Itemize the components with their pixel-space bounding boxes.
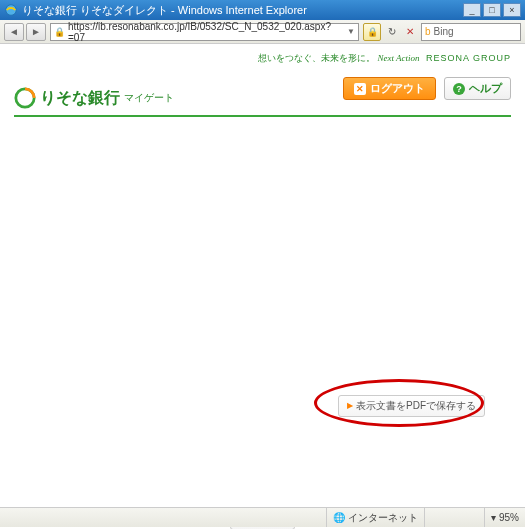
zone-label: インターネット [348, 511, 418, 525]
window-titlebar: りそな銀行 りそなダイレクト - Windows Internet Explor… [0, 0, 525, 20]
forward-button[interactable]: ► [26, 23, 46, 41]
stop-button[interactable]: ✕ [402, 24, 418, 40]
lock-icon: 🔒 [54, 27, 65, 37]
security-lock-icon[interactable]: 🔒 [363, 23, 381, 41]
tagline-row: 想いをつなぐ、未来を形に。 Next Action RESONA GROUP [14, 52, 511, 65]
header-row: りそな銀行 マイゲート ✕ ログアウト ? ヘルプ [14, 71, 511, 109]
bing-icon: b [425, 26, 431, 37]
page-content: 想いをつなぐ、未来を形に。 Next Action RESONA GROUP り… [0, 44, 525, 506]
tagline-script: Next Action [377, 53, 419, 63]
help-label: ヘルプ [469, 81, 502, 96]
bank-sub: マイゲート [124, 91, 174, 105]
protected-mode-cell [424, 508, 484, 527]
zoom-value: 95% [499, 512, 519, 523]
maximize-button[interactable]: □ [483, 3, 501, 17]
statusbar: 🌐 インターネット ▾ 95% [0, 507, 525, 527]
help-button[interactable]: ? ヘルプ [444, 77, 511, 100]
search-placeholder: Bing [434, 26, 454, 37]
bank-name: りそな銀行 [40, 88, 120, 109]
refresh-button[interactable]: ↻ [384, 24, 400, 40]
logout-x-icon: ✕ [354, 83, 366, 95]
navbar: ◄ ► 🔒 https://ib.resonabank.co.jp/IB/053… [0, 20, 525, 44]
header-divider [14, 115, 511, 117]
zoom-cell[interactable]: ▾ 95% [484, 508, 525, 527]
window-close-button[interactable]: × [503, 3, 521, 17]
url-text: https://ib.resonabank.co.jp/IB/0532/SC_N… [68, 21, 347, 43]
url-bar[interactable]: 🔒 https://ib.resonabank.co.jp/IB/0532/SC… [50, 23, 359, 41]
logo-block: りそな銀行 マイゲート [14, 87, 174, 109]
ie-icon [4, 3, 18, 17]
zoom-down-icon: ▾ [491, 512, 496, 523]
window-title: りそな銀行 りそなダイレクト - Windows Internet Explor… [22, 3, 307, 18]
logout-label: ログアウト [370, 81, 425, 96]
arrow-right-icon: ▶ [347, 401, 353, 410]
help-q-icon: ? [453, 83, 465, 95]
save-pdf-button[interactable]: ▶ 表示文書をPDFで保存する [338, 395, 485, 417]
back-button[interactable]: ◄ [4, 23, 24, 41]
minimize-button[interactable]: _ [463, 3, 481, 17]
resona-logo-icon [14, 87, 36, 109]
globe-icon: 🌐 [333, 512, 345, 523]
save-pdf-label: 表示文書をPDFで保存する [356, 399, 476, 413]
group-label: RESONA GROUP [426, 53, 511, 63]
top-buttons: ✕ ログアウト ? ヘルプ [343, 77, 511, 100]
search-input[interactable]: b Bing [421, 23, 521, 41]
zone-cell: 🌐 インターネット [326, 508, 424, 527]
logout-button[interactable]: ✕ ログアウト [343, 77, 436, 100]
pdf-save-area: ▶ 表示文書をPDFで保存する [338, 394, 485, 417]
tagline: 想いをつなぐ、未来を形に。 [258, 53, 375, 63]
url-dropdown-icon[interactable]: ▼ [347, 27, 355, 36]
